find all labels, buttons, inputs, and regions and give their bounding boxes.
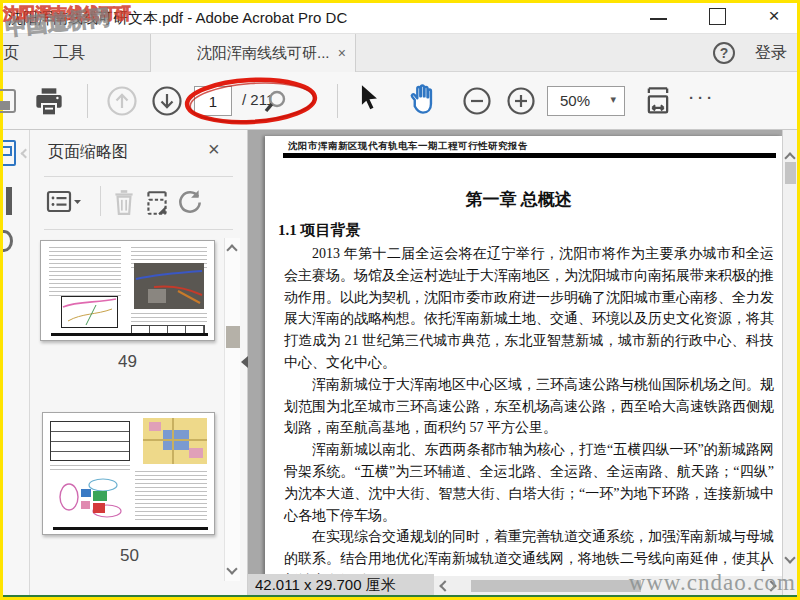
pdf-chapter-title: 第一章 总概述 [265, 188, 772, 211]
thumbnail-text-block [49, 247, 121, 299]
hand-tool-icon[interactable] [405, 82, 441, 118]
toolbar-separator [337, 84, 338, 118]
panel-divider [44, 229, 233, 230]
page-size-indicator: 42.011 x 29.700 厘米 [248, 574, 434, 596]
toolbar-separator [87, 84, 88, 118]
tab-tools[interactable]: 工具 [53, 34, 85, 72]
pdf-body-text: 2013 年第十二届全运会将在辽宁举行，沈阳市将作为主要承办城市和全运会主赛场。… [284, 243, 774, 597]
thumbnail-page-50[interactable] [42, 412, 215, 535]
thumbnail-options-icon[interactable] [46, 188, 82, 216]
previous-page-icon[interactable] [106, 85, 138, 117]
screenshot-frame: 沈阳浑南线线可研 中国道桥网 沈阳浑南线线可研文本.pdf - Adobe Ac… [0, 0, 800, 600]
thumbnail-landuse-map [143, 418, 207, 464]
more-tools-icon[interactable]: ··· [689, 89, 716, 106]
help-icon[interactable]: ? [713, 42, 735, 64]
horizontal-scrollbar[interactable] [434, 576, 782, 596]
sign-in-button[interactable]: 登录 [755, 34, 787, 72]
select-tool-icon[interactable] [357, 84, 383, 114]
pdf-paragraph: 2013 年第十二届全运会将在辽宁举行，沈阳市将作为主要承办城市和全运会主赛场。… [284, 243, 774, 374]
panel-notch-icon [21, 149, 30, 159]
thumbnail-page-number[interactable]: 50 [42, 546, 217, 566]
rotate-pages-icon[interactable] [176, 188, 204, 216]
pdf-page-footer-number: 1 [760, 560, 766, 575]
panel-collapse-icon[interactable] [241, 356, 248, 368]
delete-pages-icon[interactable] [110, 188, 138, 216]
save-icon[interactable] [0, 88, 17, 114]
tab-document[interactable]: 沈阳浑南线线可研... × [150, 34, 356, 72]
thumbnail-page-number[interactable]: 49 [40, 352, 215, 372]
thumbnail-footer-bar [53, 527, 208, 530]
scroll-up-icon[interactable] [226, 244, 237, 255]
thumbnail-satellite-image [134, 263, 204, 309]
window-close-button[interactable]: × [759, 3, 789, 31]
thumbnail-text-block [135, 471, 207, 523]
zoom-level-value: 50% [560, 92, 590, 109]
pdf-header-rule [283, 153, 776, 158]
page-thumbnails-icon[interactable] [3, 140, 16, 166]
crop-pages-icon[interactable] [142, 188, 172, 218]
next-page-icon[interactable] [151, 85, 183, 117]
magnifier-icon[interactable] [263, 89, 289, 115]
pdf-paragraph: 浑南新城以南北、东西两条都市轴为核心，打造“五横四纵一环”的新城路网骨架系统。“… [284, 439, 774, 526]
panel-scrollbar[interactable] [224, 238, 240, 581]
print-icon[interactable] [33, 85, 65, 117]
zoom-in-icon[interactable] [505, 85, 537, 117]
panel-toolbar-separator [100, 186, 101, 216]
thumbnails-panel: 页面缩略图 × [30, 130, 248, 597]
thumbnail-page-49[interactable] [40, 240, 215, 341]
bookmarks-icon[interactable] [6, 187, 12, 215]
panel-divider [44, 176, 233, 177]
panel-close-icon[interactable]: × [208, 138, 220, 161]
scroll-left-icon[interactable] [439, 580, 450, 591]
main-area: 页面缩略图 × [3, 130, 797, 597]
zoom-level-dropdown[interactable]: 50% ▾ [547, 86, 625, 116]
zoom-out-icon[interactable] [461, 85, 493, 117]
pdf-page: 沈阳市浑南新区现代有轨电车一期工程可行性研究报告 第一章 总概述 1.1 项目背… [265, 136, 782, 597]
panel-scrollbar-thumb[interactable] [226, 326, 240, 348]
thumbnail-table [50, 421, 130, 461]
chevron-down-icon: ▾ [610, 93, 616, 106]
attachments-icon[interactable] [3, 230, 13, 252]
horizontal-scrollbar-thumb[interactable] [471, 580, 641, 592]
scroll-down-icon[interactable] [784, 552, 795, 563]
pdf-running-header: 沈阳市浑南新区现代有轨电车一期工程可行性研究报告 [288, 140, 528, 153]
thumbnail-diagram [59, 477, 125, 519]
document-tab-label: 沈阳浑南线线可研... [197, 34, 330, 72]
document-canvas: 沈阳市浑南新区现代有轨电车一期工程可行性研究报告 第一章 总概述 1.1 项目背… [248, 130, 782, 597]
maximize-button[interactable] [701, 3, 731, 31]
title-bar: 沈阳浑南线线可研 中国道桥网 沈阳浑南线线可研文本.pdf - Adobe Ac… [3, 3, 797, 33]
vertical-scrollbar[interactable] [782, 130, 797, 597]
window-title: 沈阳浑南线线可研文本.pdf - Adobe Acrobat Pro DC [8, 9, 347, 28]
tab-bar: 主页 工具 沈阳浑南线线可研... × ? 登录 [3, 33, 797, 72]
panel-title: 页面缩略图 [48, 142, 128, 163]
page-number-input[interactable] [194, 86, 232, 116]
scroll-right-icon[interactable] [765, 580, 776, 591]
scroll-down-icon[interactable] [226, 563, 237, 574]
vertical-scrollbar-thumb[interactable] [785, 162, 796, 184]
main-toolbar: / 211 [3, 72, 797, 130]
thumbnail-map-figure [61, 296, 118, 328]
document-tab-close-icon[interactable]: × [338, 34, 346, 72]
minimize-button[interactable] [643, 3, 673, 31]
navigation-pane-strip [3, 130, 30, 597]
fit-width-icon[interactable] [643, 85, 673, 117]
pdf-paragraph: 浑南新城位于大浑南地区中心区域，三环高速公路与桃仙国际机场之间。规划范围为北至城… [284, 374, 774, 439]
thumbnail-text-block [131, 313, 207, 323]
thumbnail-footer-bar [51, 333, 208, 336]
thumbnail-text-block [50, 465, 130, 473]
pdf-section-title: 1.1 项目背景 [278, 221, 361, 240]
tab-home[interactable]: 主页 [3, 34, 31, 72]
